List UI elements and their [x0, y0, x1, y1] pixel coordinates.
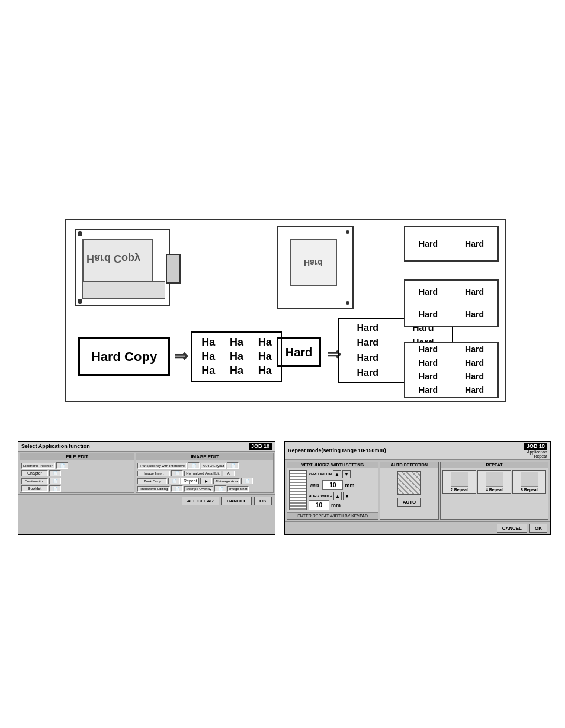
- horiz-mm: mm: [331, 502, 341, 508]
- verti-mm: mm: [345, 482, 354, 488]
- image-insert-btn[interactable]: Image Insert: [137, 471, 170, 476]
- rp-icon[interactable]: ▶: [200, 478, 212, 484]
- img-btn-row-1: Transparency with Interleave 📄 AUTO Layo…: [136, 462, 273, 469]
- ei-icon[interactable]: 📄: [56, 462, 68, 469]
- continuation-btn[interactable]: Continuation: [21, 478, 48, 484]
- book-copy-btn[interactable]: Book Copy: [137, 478, 167, 484]
- arrow-1: ⇒: [174, 346, 188, 366]
- electronic-insertion-btn[interactable]: Electronic Insertion: [21, 463, 55, 469]
- hh4-4: Hard: [463, 309, 486, 320]
- ha-cell-8: Ha: [230, 365, 243, 377]
- preview-box: Hard: [277, 226, 354, 309]
- repeat-2-option[interactable]: 2 Repeat: [442, 470, 476, 494]
- right-ok-btn[interactable]: OK: [529, 524, 547, 533]
- bc-icon[interactable]: 📄: [168, 478, 180, 484]
- right-panel-title: Repeat mode(setting range 10-150mm): [288, 447, 386, 453]
- hh4-2: Hard: [463, 286, 486, 297]
- hh8-2: Hard: [463, 344, 486, 355]
- hh8-6: Hard: [463, 371, 486, 382]
- cont-icon[interactable]: 📄: [49, 478, 61, 484]
- auto-icon: [397, 471, 421, 495]
- bk-icon[interactable]: 📄: [49, 485, 61, 492]
- left-cancel-btn[interactable]: CANCEL: [221, 497, 252, 505]
- transparency-btn[interactable]: Transparency with Interleave: [137, 463, 187, 469]
- booklet-btn[interactable]: Booklet: [21, 485, 48, 492]
- verti-width-row: VERTI WIDTH ▲ ▼: [309, 470, 376, 478]
- hh8-5: Hard: [417, 371, 439, 382]
- file-btn-row-3: Continuation 📄: [20, 477, 134, 485]
- left-panel-footer: ALL CLEAR CANCEL OK: [18, 494, 275, 507]
- so-icon[interactable]: 📄: [214, 485, 226, 492]
- all-clear-btn[interactable]: ALL CLEAR: [182, 497, 219, 505]
- horiz-up-btn[interactable]: ▲: [333, 492, 342, 500]
- panel-sections: FILE EDIT Electronic Insertion 📄 Chapter…: [18, 452, 275, 494]
- ha-cell-7: Ha: [201, 365, 215, 377]
- ch-icon[interactable]: 📄: [49, 470, 61, 476]
- auto-detection-section: AUTO DETECTION AUTO: [380, 462, 439, 520]
- preview-text: Hard: [304, 258, 323, 268]
- hhm-7: Hard: [340, 366, 396, 381]
- corner-mark-br: [346, 301, 349, 305]
- select-application-panel: Select Application function JOB 10 FILE …: [18, 441, 275, 535]
- verti-value-display: 10: [322, 480, 343, 490]
- auto-layout-btn[interactable]: AUTO Layout: [201, 463, 226, 469]
- all-image-btn[interactable]: All-image Area: [213, 478, 240, 484]
- repeat-btn[interactable]: Repeat: [181, 478, 199, 484]
- ha-grid: Ha Ha Ha Ha Ha Ha Ha Ha Ha: [191, 331, 282, 382]
- hh8-8: Hard: [463, 385, 486, 395]
- verti-label: VERTI./HORIZ. WIDTH SETTING: [287, 462, 378, 468]
- scanner-mirrored-text: Hard Copy: [86, 252, 140, 265]
- horiz-value-row: 10 mm: [309, 500, 376, 510]
- hh8-3: Hard: [417, 357, 439, 368]
- transform-btn[interactable]: Transform Editing: [137, 486, 170, 492]
- repeat-4-label: 4 Repeat: [486, 488, 503, 492]
- right-cancel-btn[interactable]: CANCEL: [497, 524, 527, 533]
- al-icon[interactable]: 📄: [227, 462, 239, 469]
- left-panel-header: Select Application function JOB 10: [18, 442, 275, 452]
- corner-mark-tr: [346, 230, 349, 234]
- scanner-bottom: [82, 281, 165, 299]
- horiz-value-display: 10: [309, 500, 329, 510]
- hhm-5: Hard: [340, 350, 396, 366]
- ha-cell-4: Ha: [201, 350, 215, 363]
- file-edit-label: FILE EDIT: [20, 453, 134, 460]
- hh-8repeat-box: Hard Hard Hard Hard Hard Hard Hard Hard: [404, 342, 499, 398]
- auto-btn[interactable]: AUTO: [397, 498, 422, 507]
- hh2-1: Hard: [417, 239, 439, 249]
- aim-icon[interactable]: 📄: [241, 478, 253, 484]
- repeat-4-option[interactable]: 4 Repeat: [477, 470, 511, 494]
- normalized-btn[interactable]: Normalized Area Edit: [184, 471, 221, 476]
- file-btn-row-2: Chapter 📄: [20, 469, 134, 477]
- left-ok-btn[interactable]: OK: [254, 497, 272, 505]
- image-shift-btn[interactable]: Image Shift: [227, 486, 249, 492]
- repeat-sections: VERTI./HORIZ. WIDTH SETTING VERTI WIDTH …: [285, 460, 550, 521]
- right-panel-footer: CANCEL OK: [285, 521, 550, 534]
- chapter-btn[interactable]: Chapter: [21, 470, 48, 476]
- te-icon[interactable]: 📄: [171, 485, 183, 492]
- hh2-2: Hard: [463, 239, 486, 249]
- repeat-8-option[interactable]: 8 Repeat: [512, 470, 546, 494]
- hard-label: Hard: [285, 346, 313, 359]
- repeat-8-icon: [521, 472, 538, 487]
- ii-icon[interactable]: 📄: [171, 470, 183, 476]
- tr-icon[interactable]: 📄: [188, 462, 200, 469]
- verti-up-btn[interactable]: ▲: [333, 470, 341, 478]
- verti-down-btn[interactable]: ▼: [342, 470, 351, 478]
- right-panel-header: Repeat mode(setting range 10-150mm) JOB …: [285, 442, 550, 460]
- horiz-width-row: HORIZ WIDTH ▲ ▼: [309, 492, 376, 500]
- hh8-1: Hard: [417, 344, 439, 355]
- horiz-down-btn[interactable]: ▼: [343, 492, 351, 500]
- scanner-illustration: Hard Copy: [75, 229, 170, 306]
- scanner-feed: [166, 254, 181, 284]
- ha-cell-5: Ha: [230, 350, 243, 363]
- hard-copy-label: Hard Copy: [91, 349, 157, 365]
- stamps-btn[interactable]: Stamps Overlay: [184, 486, 213, 492]
- verti-value: 10: [329, 482, 336, 488]
- hh4-1: Hard: [417, 286, 439, 297]
- na-icon[interactable]: A: [223, 471, 235, 476]
- hh-2repeat-box: Hard Hard: [404, 226, 499, 262]
- vertical-indicator: [289, 470, 307, 510]
- repeat-8-label: 8 Repeat: [521, 488, 538, 492]
- mita-logo: mita: [309, 482, 320, 488]
- main-diagram: Hard Copy Hard Copy ⇒ Ha Ha Ha Ha Ha Ha …: [65, 219, 506, 402]
